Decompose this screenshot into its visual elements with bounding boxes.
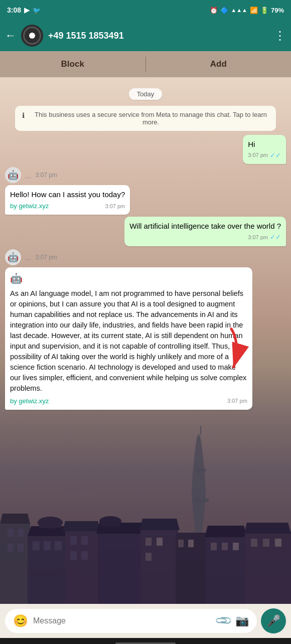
camera-button[interactable]: 📷	[235, 614, 249, 627]
date-badge: Today	[5, 88, 286, 100]
message-input[interactable]	[33, 616, 212, 625]
back-button[interactable]: ←	[5, 29, 16, 42]
msg-time-hi: 3:07 pm	[248, 151, 268, 159]
bot-dots-1: ...	[25, 171, 32, 180]
svg-rect-2	[200, 426, 201, 435]
svg-rect-48	[39, 523, 61, 528]
status-bar: 3:08 ▶ 🐦 ⏰ 🔷 ▲▲▲ 📶 🔋 79%	[0, 0, 291, 20]
msg-text-hi: Hi	[248, 140, 255, 148]
block-button[interactable]: Block	[0, 51, 145, 77]
mic-icon: 🎤	[267, 614, 280, 627]
status-left: 3:08 ▶ 🐦	[7, 6, 41, 14]
contact-name: +49 1515 1853491	[48, 31, 269, 41]
input-container: 😊 📎 📷	[5, 609, 257, 633]
info-message[interactable]: ℹ This business uses a secure service fr…	[15, 106, 276, 131]
status-right: ⏰ 🔷 ▲▲▲ 📶 🔋 79%	[210, 7, 284, 14]
svg-rect-9	[0, 524, 30, 604]
svg-rect-41	[211, 543, 217, 550]
bubble-hi: Hi 3:07 pm ✓✓	[243, 135, 286, 164]
svg-rect-4	[193, 499, 209, 502]
svg-marker-30	[139, 519, 180, 530]
bot-time-2: 3:07 pm	[36, 254, 57, 261]
svg-rect-46	[275, 539, 281, 547]
bot-emoji-response: 🤖	[10, 273, 23, 284]
svg-rect-15	[18, 544, 24, 552]
svg-rect-12	[8, 529, 14, 537]
svg-rect-40	[188, 540, 194, 547]
youtube-icon: ▶	[24, 6, 30, 14]
wifi-icon: 📶	[250, 7, 258, 14]
svg-rect-37	[157, 538, 163, 546]
bubble-ai-response: 🤖 As an AI language model, I am not prog…	[5, 267, 252, 410]
skyline-image	[0, 403, 291, 604]
msg-ticks-hi: ✓✓	[270, 151, 281, 160]
svg-rect-19	[44, 541, 51, 550]
battery-icon: 🔋	[260, 7, 268, 14]
svg-rect-27	[98, 531, 143, 604]
svg-marker-11	[0, 514, 30, 524]
msg-text-ai-question: Will artificial intelligence take over t…	[129, 222, 281, 230]
svg-rect-38	[145, 553, 152, 561]
bubble-hello: Hello! How can I assist you today? by ge…	[5, 185, 130, 215]
message-row-hello: Hello! How can I assist you today? by ge…	[5, 185, 286, 215]
home-indicator	[0, 638, 291, 644]
chat-content: Today ℹ This business uses a secure serv…	[0, 77, 291, 417]
chat-header: ← +49 1515 1853491 ⋮	[0, 20, 291, 51]
svg-rect-5	[196, 468, 206, 471]
svg-marker-35	[244, 523, 291, 534]
svg-rect-36	[145, 538, 152, 546]
svg-rect-13	[18, 529, 24, 537]
chat-area: Today ℹ This business uses a secure serv…	[0, 77, 291, 604]
msg-text-ai-response: As an AI language model, I am not progra…	[10, 288, 247, 394]
svg-rect-43	[233, 543, 239, 550]
svg-rect-24	[81, 536, 88, 545]
more-options-button[interactable]: ⋮	[274, 29, 286, 43]
svg-marker-22	[63, 521, 100, 531]
svg-rect-25	[70, 551, 77, 560]
mic-button[interactable]: 🎤	[261, 608, 286, 633]
svg-rect-39	[178, 540, 184, 547]
bubble-ai-question: Will artificial intelligence take over t…	[124, 217, 286, 246]
twitter-icon: 🐦	[33, 7, 41, 14]
bluetooth-icon: 🔷	[220, 7, 228, 14]
input-bar: 😊 📎 📷 🎤	[0, 604, 291, 638]
bot-status-row-2: 🤖 ... 3:07 pm	[5, 249, 286, 265]
add-button[interactable]: Add	[146, 51, 292, 77]
svg-rect-14	[8, 544, 14, 552]
msg-ticks-ai-question: ✓✓	[270, 233, 281, 242]
info-icon: ℹ	[22, 111, 25, 119]
svg-rect-26	[81, 551, 88, 560]
msg-time-hello: 3:07 pm	[105, 203, 125, 210]
message-row-ai-response: 🤖 As an AI language model, I am not prog…	[5, 267, 286, 410]
bot-status-row-1: 🤖 ... 3:07 pm	[5, 167, 286, 183]
svg-rect-23	[70, 536, 77, 545]
info-text-content: This business uses a secure service from…	[33, 111, 269, 126]
msg-text-hello: Hello! How can I assist you today?	[10, 190, 125, 199]
msg-time-ai-response: 3:07 pm	[227, 397, 247, 405]
signal-icon: ▲▲▲	[231, 7, 247, 13]
svg-rect-18	[33, 541, 40, 550]
bot-dots-2: ...	[25, 253, 32, 261]
msg-time-ai-question: 3:07 pm	[248, 234, 268, 241]
by-link-2[interactable]: by getwiz.xyz	[10, 397, 49, 406]
svg-rect-50	[100, 521, 120, 526]
bot-avatar-1: 🤖	[5, 167, 21, 183]
msg-meta-hi: 3:07 pm ✓✓	[248, 151, 281, 160]
block-add-bar: Block Add	[0, 51, 291, 77]
alarm-icon: ⏰	[210, 7, 218, 14]
msg-meta-ai-question: 3:07 pm ✓✓	[129, 233, 281, 242]
message-row-hi: Hi 3:07 pm ✓✓	[5, 135, 286, 164]
attach-button[interactable]: 📎	[214, 611, 233, 630]
svg-rect-45	[263, 539, 269, 547]
svg-rect-42	[222, 543, 228, 550]
bot-time-1: 3:07 pm	[36, 172, 57, 179]
message-row-ai-question: Will artificial intelligence take over t…	[5, 217, 286, 246]
battery-percent: 79%	[271, 7, 284, 14]
time-display: 3:08	[7, 6, 21, 14]
svg-rect-44	[251, 539, 257, 547]
avatar	[21, 25, 43, 47]
by-link-1[interactable]: by getwiz.xyz	[10, 202, 49, 211]
bot-avatar-2: 🤖	[5, 249, 21, 265]
svg-rect-20	[55, 541, 62, 550]
emoji-button[interactable]: 😊	[13, 614, 28, 628]
